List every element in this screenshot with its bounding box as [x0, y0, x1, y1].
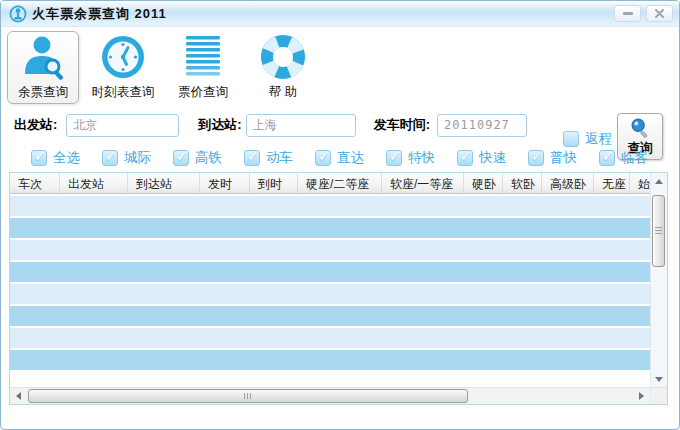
- toolbar-help-button[interactable]: 帮 助: [247, 31, 319, 104]
- h-scroll-thumb[interactable]: [28, 389, 468, 403]
- column-header-soft-seat[interactable]: 软座/一等座: [382, 173, 464, 193]
- column-header-soft-sleeper[interactable]: 软卧: [503, 173, 542, 193]
- checkbox-icon[interactable]: [102, 150, 118, 166]
- filter-regular-fast[interactable]: 普快: [528, 149, 577, 167]
- table-row: [10, 262, 650, 284]
- toolbar-ticket-query-button[interactable]: 余票查询: [7, 31, 79, 104]
- app-window: 火车票余票查询 2011 余票查询: [0, 0, 680, 430]
- page-title: 火车票余票查询 2011: [32, 5, 167, 23]
- checkbox-icon[interactable]: [457, 150, 473, 166]
- toolbar-button-label: 时刻表查询: [92, 84, 155, 101]
- checkbox-icon[interactable]: [386, 150, 402, 166]
- search-form: 出发站: 到达站: 发车时间:: [1, 111, 609, 139]
- person-search-icon: [19, 33, 67, 81]
- left-arrow-icon: [16, 392, 21, 400]
- minimize-button[interactable]: [614, 5, 641, 22]
- toolbar-timetable-query-button[interactable]: 时刻表查询: [87, 31, 159, 104]
- column-header-deluxe-sleeper[interactable]: 高级卧: [542, 173, 594, 193]
- departure-date-input[interactable]: [437, 114, 527, 137]
- return-trip-label: 返程: [585, 130, 612, 148]
- departure-station-input[interactable]: [66, 114, 179, 137]
- toolbar-button-label: 帮 助: [269, 84, 297, 101]
- up-arrow-icon: [655, 179, 663, 184]
- table-body: [10, 194, 650, 387]
- toolbar-button-label: 余票查询: [18, 84, 68, 101]
- table-row: [10, 196, 650, 218]
- checkbox-icon[interactable]: [563, 131, 579, 147]
- close-button[interactable]: [646, 5, 673, 22]
- filter-temporary[interactable]: 临客: [599, 149, 648, 167]
- checkbox-icon[interactable]: [244, 150, 260, 166]
- column-header-from[interactable]: 出发站: [60, 173, 128, 193]
- column-header-hard-sleeper[interactable]: 硬卧: [464, 173, 503, 193]
- close-icon: [655, 9, 664, 18]
- v-scroll-up-button[interactable]: [651, 173, 667, 189]
- column-header-hard-seat[interactable]: 硬座/二等座: [298, 173, 382, 193]
- checkbox-icon[interactable]: [315, 150, 331, 166]
- minimize-icon: [623, 12, 633, 15]
- table-row: [10, 218, 650, 240]
- column-header-origin[interactable]: 始: [630, 173, 650, 193]
- magnifier-icon: [629, 117, 651, 139]
- checkbox-icon[interactable]: [173, 150, 189, 166]
- checkbox-icon[interactable]: [31, 150, 47, 166]
- titlebar: 火车票余票查询 2011: [1, 1, 679, 27]
- arrival-station-input[interactable]: [246, 114, 356, 137]
- v-scroll-track[interactable]: [651, 189, 667, 371]
- table-row: [10, 240, 650, 262]
- h-scroll-track[interactable]: [27, 388, 633, 405]
- v-scroll-down-button[interactable]: [651, 371, 667, 387]
- v-scrollbar[interactable]: [650, 173, 667, 404]
- h-scroll-right-button[interactable]: [633, 388, 650, 405]
- arrival-station-label: 到达站:: [198, 116, 241, 134]
- window-controls: [614, 5, 673, 22]
- train-type-filters: 全选 城际 高铁 动车 直达 特快 快速 普快: [31, 148, 648, 168]
- column-header-depart-time[interactable]: 发时: [200, 173, 250, 193]
- column-header-to[interactable]: 到达站: [128, 173, 200, 193]
- table-row: [10, 350, 650, 372]
- down-arrow-icon: [655, 377, 663, 382]
- table-row: [10, 328, 650, 350]
- filter-intercity[interactable]: 城际: [102, 149, 151, 167]
- filter-express[interactable]: 特快: [386, 149, 435, 167]
- price-list-icon: [179, 33, 227, 81]
- departure-station-label: 出发站:: [14, 116, 57, 134]
- scroll-corner: [651, 387, 667, 404]
- column-header-no-seat[interactable]: 无座: [594, 173, 630, 193]
- filter-highspeed[interactable]: 高铁: [173, 149, 222, 167]
- toolbar-price-query-button[interactable]: 票价查询: [167, 31, 239, 104]
- filter-direct[interactable]: 直达: [315, 149, 364, 167]
- v-scroll-thumb[interactable]: [652, 195, 665, 267]
- filter-dongche[interactable]: 动车: [244, 149, 293, 167]
- table-row: [10, 284, 650, 306]
- checkbox-icon[interactable]: [528, 150, 544, 166]
- h-scroll-left-button[interactable]: [10, 388, 27, 405]
- departure-date-label: 发车时间:: [374, 116, 430, 134]
- checkbox-icon[interactable]: [599, 150, 615, 166]
- return-trip-checkbox[interactable]: 返程: [563, 130, 612, 148]
- right-arrow-icon: [639, 392, 644, 400]
- filter-select-all[interactable]: 全选: [31, 149, 80, 167]
- column-header-arrive-time[interactable]: 到时: [250, 173, 298, 193]
- clock-icon: [99, 33, 147, 81]
- filter-fast[interactable]: 快速: [457, 149, 506, 167]
- lifebuoy-icon: [259, 33, 307, 81]
- toolbar: 余票查询 时刻表查询: [1, 27, 679, 109]
- table-main: 车次 出发站 到达站 发时 到时 硬座/二等座 软座/一等座 硬卧 软卧 高级卧…: [10, 173, 650, 404]
- column-header-train-no[interactable]: 车次: [10, 173, 60, 193]
- table-row: [10, 306, 650, 328]
- toolbar-button-label: 票价查询: [178, 84, 228, 101]
- table-header: 车次 出发站 到达站 发时 到时 硬座/二等座 软座/一等座 硬卧 软卧 高级卧…: [10, 173, 650, 194]
- railway-logo-icon: [9, 5, 27, 23]
- results-table: 车次 出发站 到达站 发时 到时 硬座/二等座 软座/一等座 硬卧 软卧 高级卧…: [9, 172, 668, 405]
- h-scrollbar[interactable]: [10, 387, 650, 404]
